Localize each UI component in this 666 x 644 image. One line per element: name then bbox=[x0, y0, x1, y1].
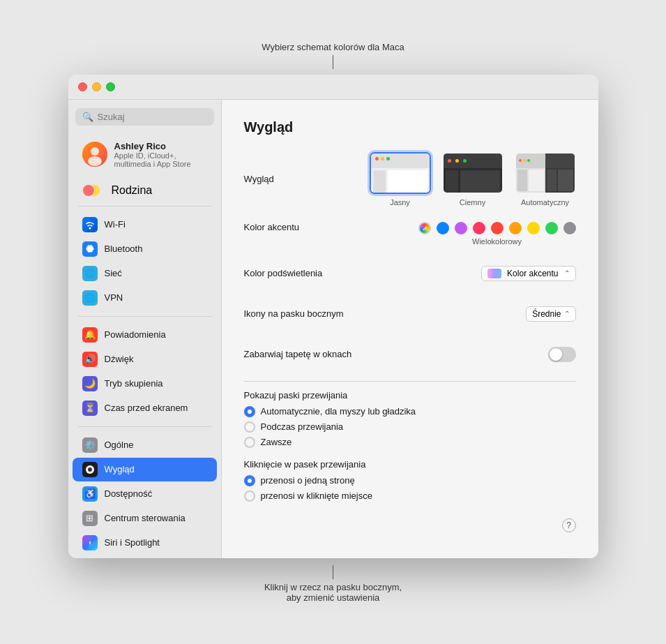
radio-label-page: przenosi o jedną stronę bbox=[261, 475, 355, 486]
appearance-icon bbox=[82, 462, 98, 477]
family-avatars bbox=[82, 183, 105, 198]
user-section[interactable]: Ashley Rico Apple ID, iCloud+, multimedi… bbox=[73, 134, 217, 175]
user-subtitle: Apple ID, iCloud+, multimedia i App Stor… bbox=[114, 151, 207, 168]
radio-circle-scrolling bbox=[244, 421, 255, 433]
appearance-option-auto[interactable]: Automatyczny bbox=[515, 152, 576, 207]
sidebar-item-family[interactable]: Rodzina bbox=[73, 179, 217, 202]
wallpaper-label: Zabarwiaj tapetę w oknach bbox=[244, 349, 352, 359]
close-button[interactable] bbox=[78, 82, 87, 91]
highlight-color-value: Kolor akcentu bbox=[507, 269, 558, 278]
sidebar: 🔍 bbox=[68, 100, 222, 558]
separator-1 bbox=[244, 381, 576, 382]
main-content: Wygląd Wygląd bbox=[222, 100, 598, 558]
annotation-bottom: Kliknij w rzecz na pasku bocznym, aby zm… bbox=[264, 565, 402, 603]
appearance-row-label: Wygląd bbox=[244, 174, 274, 184]
color-dot-orange[interactable] bbox=[509, 222, 522, 234]
wifi-label: Wi-Fi bbox=[105, 219, 126, 230]
scroll-click-block: Kliknięcie w pasek przewijania przenosi … bbox=[244, 459, 576, 502]
sidebar-item-wifi[interactable]: Wi-Fi bbox=[73, 213, 217, 237]
chevron-down-icon: ⌃ bbox=[564, 269, 570, 277]
accent-color-label: Kolor akcentu bbox=[244, 222, 300, 232]
sidebar-item-focus[interactable]: 🌙 Tryb skupienia bbox=[73, 372, 217, 396]
radio-circle-auto bbox=[244, 406, 255, 417]
sidebar-item-vpn[interactable]: 🌐 VPN bbox=[73, 286, 217, 310]
system-preferences-window: 🔍 bbox=[68, 75, 598, 558]
wallpaper-row: Zabarwiaj tapetę w oknach bbox=[244, 340, 576, 368]
highlight-gradient bbox=[487, 269, 501, 278]
notifications-label: Powiadomienia bbox=[105, 329, 166, 340]
appearance-label-dark: Ciemny bbox=[460, 198, 485, 207]
color-dot-blue[interactable] bbox=[437, 222, 449, 234]
sidebar-icons-selector[interactable]: Średnie ⌃ bbox=[526, 306, 575, 322]
color-dot-yellow[interactable] bbox=[527, 222, 540, 234]
sidebar-item-accessibility[interactable]: ♿ Dostępność bbox=[73, 482, 217, 506]
sidebar-item-general[interactable]: ⚙️ Ogólne bbox=[73, 433, 217, 457]
traffic-lights bbox=[78, 82, 115, 91]
highlight-color-selector[interactable]: Kolor akcentu ⌃ bbox=[481, 266, 575, 281]
radio-label-scrolling: Podczas przewijania bbox=[261, 421, 344, 432]
radio-item-position[interactable]: przenosi w kliknięte miejsce bbox=[244, 491, 576, 502]
appearance-preview-light[interactable] bbox=[370, 152, 431, 194]
radio-label-auto: Automatycznie, dla myszy lub gładzika bbox=[261, 406, 416, 417]
color-dot-graphite[interactable] bbox=[563, 222, 576, 234]
radio-item-scrolling[interactable]: Podczas przewijania bbox=[244, 421, 576, 433]
color-dot-green[interactable] bbox=[545, 222, 558, 234]
accent-color-row: Kolor akcentu Wi bbox=[244, 219, 576, 247]
svg-point-1 bbox=[91, 147, 99, 156]
appearance-option-light[interactable]: Jasny bbox=[370, 152, 431, 207]
radio-circle-always bbox=[244, 437, 255, 448]
radio-item-always[interactable]: Zawsze bbox=[244, 437, 576, 448]
color-dot-multicolor[interactable] bbox=[418, 222, 431, 234]
toggle-knob bbox=[550, 348, 562, 361]
minimize-button[interactable] bbox=[92, 82, 101, 91]
screentime-label: Czas przed ekranem bbox=[105, 403, 188, 413]
wifi-icon bbox=[82, 217, 98, 232]
sidebar-item-notifications[interactable]: 🔔 Powiadomienia bbox=[73, 323, 217, 347]
sidebar-item-siri[interactable]: Siri i Spotlight bbox=[73, 531, 217, 555]
sidebar-item-sound[interactable]: 🔊 Dźwięk bbox=[73, 347, 217, 371]
network-label: Sieć bbox=[105, 268, 122, 278]
sidebar-icons-value: Średnie bbox=[532, 309, 561, 319]
search-input[interactable] bbox=[98, 112, 207, 122]
vpn-icon: 🌐 bbox=[82, 290, 98, 306]
sound-label: Dźwięk bbox=[105, 354, 134, 364]
user-info: Ashley Rico Apple ID, iCloud+, multimedi… bbox=[114, 141, 207, 168]
screentime-icon: ⏳ bbox=[82, 400, 98, 416]
bluetooth-icon: ⬣ bbox=[82, 241, 98, 257]
focus-label: Tryb skupienia bbox=[105, 378, 163, 389]
control-icon: ⊞ bbox=[82, 511, 98, 526]
appearance-label-light: Jasny bbox=[390, 198, 410, 207]
siri-label: Siri i Spotlight bbox=[105, 537, 160, 548]
sidebar-item-network[interactable]: 🌐 Sieć bbox=[73, 262, 217, 285]
color-dot-pink[interactable] bbox=[473, 222, 485, 234]
radio-item-page[interactable]: przenosi o jedną stronę bbox=[244, 475, 576, 486]
color-dot-red[interactable] bbox=[491, 222, 504, 234]
focus-icon: 🌙 bbox=[82, 376, 98, 391]
sidebar-item-control[interactable]: ⊞ Centrum sterowania bbox=[73, 507, 217, 530]
avatar bbox=[82, 142, 107, 167]
radio-circle-position bbox=[244, 491, 255, 502]
annotation-top: Wybierz schemat kolorów dla Maca bbox=[262, 42, 404, 69]
network-icon: 🌐 bbox=[82, 266, 98, 281]
chevron-down-icon-2: ⌃ bbox=[564, 310, 570, 317]
sidebar-item-appearance[interactable]: Wygląd bbox=[73, 458, 217, 481]
appearance-option-dark[interactable]: Ciemny bbox=[442, 152, 504, 207]
sidebar-item-screentime[interactable]: ⏳ Czas przed ekranem bbox=[73, 396, 217, 420]
scroll-bars-block: Pokazuj paski przewijania Automatycznie,… bbox=[244, 390, 576, 448]
appearance-preview-auto[interactable] bbox=[515, 152, 576, 194]
help-button[interactable]: ? bbox=[562, 518, 576, 532]
appearance-preview-dark[interactable] bbox=[442, 152, 504, 194]
sidebar-section-system: ⚙️ Ogólne Wygląd ♿ Dostępność bbox=[68, 430, 221, 558]
user-name: Ashley Rico bbox=[114, 141, 207, 151]
appearance-label-auto: Automatyczny bbox=[521, 198, 569, 207]
divider-3 bbox=[78, 426, 211, 427]
sidebar-section-notifications: 🔔 Powiadomienia 🔊 Dźwięk 🌙 Tryb skupieni… bbox=[68, 320, 221, 424]
fullscreen-button[interactable] bbox=[106, 82, 115, 91]
wallpaper-toggle[interactable] bbox=[548, 347, 576, 362]
sound-icon: 🔊 bbox=[82, 352, 98, 367]
sidebar-item-bluetooth[interactable]: ⬣ Bluetooth bbox=[73, 237, 217, 261]
color-dot-purple[interactable] bbox=[455, 222, 467, 234]
radio-item-auto[interactable]: Automatycznie, dla myszy lub gładzika bbox=[244, 406, 576, 417]
highlight-color-label: Kolor podświetlenia bbox=[244, 268, 323, 278]
search-bar[interactable]: 🔍 bbox=[75, 108, 214, 126]
